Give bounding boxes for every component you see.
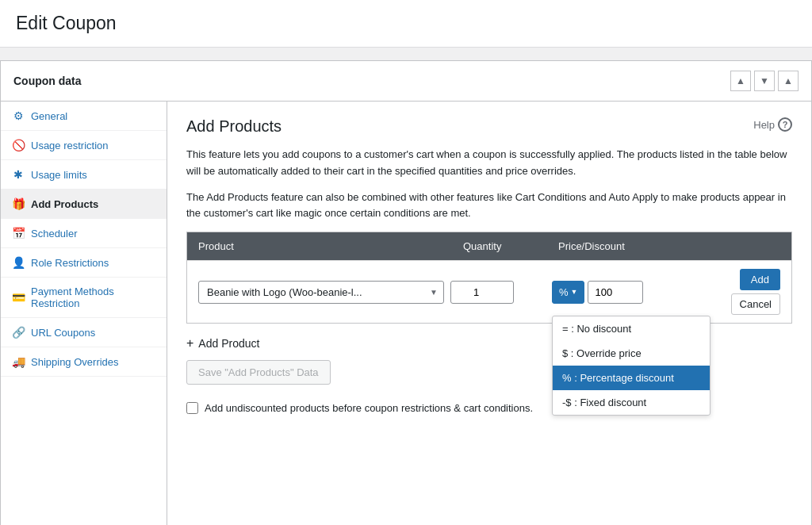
discount-type-label: % — [559, 286, 569, 298]
column-quantity: Quantity — [463, 240, 558, 252]
sidebar-item-add-products[interactable]: 🎁 Add Products — [1, 190, 167, 219]
dropdown-item-no-discount[interactable]: = : No discount — [553, 316, 710, 341]
column-actions — [717, 240, 780, 252]
sidebar-label-role-restrictions: Role Restrictions — [31, 257, 109, 269]
product-select-wrapper: Beanie with Logo (Woo-beanie-l... ▼ — [198, 281, 444, 304]
role-restrictions-icon: 👤 — [12, 256, 25, 269]
help-link[interactable]: Help ? — [753, 117, 792, 132]
coupon-data-body: ⚙ General 🚫 Usage restriction ✱ Usage li… — [1, 102, 811, 525]
sidebar-label-url-coupons: URL Coupons — [31, 327, 95, 339]
sidebar: ⚙ General 🚫 Usage restriction ✱ Usage li… — [1, 102, 167, 525]
main-content: Add Products Help ? This feature lets yo… — [167, 102, 811, 525]
sidebar-label-scheduler: Scheduler — [31, 228, 78, 240]
coupon-data-wrapper: Coupon data ▲ ▼ ▲ ⚙ General 🚫 Usage rest… — [0, 60, 812, 525]
quantity-cell — [450, 281, 546, 304]
sidebar-item-role-restrictions[interactable]: 👤 Role Restrictions — [1, 248, 167, 278]
price-discount-cell: % ▼ = : No discount $ : Override price %… — [552, 281, 710, 304]
usage-limits-icon: ✱ — [12, 168, 25, 181]
header-up-button[interactable]: ▲ — [730, 71, 751, 91]
dropdown-item-override-price[interactable]: $ : Override price — [553, 341, 710, 366]
cancel-button[interactable]: Cancel — [731, 293, 780, 315]
shipping-overrides-icon: 🚚 — [12, 355, 25, 368]
coupon-data-label: Coupon data — [13, 75, 82, 87]
usage-restriction-icon: 🚫 — [12, 139, 25, 151]
discount-value-input[interactable] — [588, 281, 643, 304]
coupon-data-header: Coupon data ▲ ▼ ▲ — [1, 61, 811, 102]
undiscounted-checkbox[interactable] — [186, 402, 198, 414]
sidebar-item-payment-methods-restriction[interactable]: 💳 Payment Methods Restriction — [1, 278, 167, 318]
sidebar-item-general[interactable]: ⚙ General — [1, 102, 167, 131]
header-down-button[interactable]: ▼ — [754, 71, 775, 91]
help-label: Help — [753, 119, 775, 131]
sidebar-item-scheduler[interactable]: 📅 Scheduler — [1, 219, 167, 248]
column-price-discount: Price/Discount — [558, 240, 717, 252]
sidebar-label-usage-restriction: Usage restriction — [31, 140, 109, 151]
sidebar-label-add-products: Add Products — [31, 198, 98, 210]
dropdown-item-fixed-discount[interactable]: -$ : Fixed discount — [553, 390, 710, 415]
add-button[interactable]: Add — [740, 269, 780, 290]
main-title: Add Products — [186, 117, 282, 136]
products-table: Product Quantity Price/Discount Beanie w… — [186, 232, 792, 324]
quantity-input[interactable] — [450, 281, 514, 304]
header-actions: ▲ ▼ ▲ — [730, 71, 799, 91]
sidebar-item-usage-restriction[interactable]: 🚫 Usage restriction — [1, 131, 167, 160]
scheduler-icon: 📅 — [12, 227, 25, 240]
sidebar-label-shipping-overrides: Shipping Overrides — [31, 356, 119, 368]
table-row: Beanie with Logo (Woo-beanie-l... ▼ % ▼ — [187, 260, 791, 323]
discount-dropdown: = : No discount $ : Override price % : P… — [552, 316, 710, 416]
chevron-down-icon: ▼ — [571, 288, 578, 296]
sidebar-item-usage-limits[interactable]: ✱ Usage limits — [1, 160, 167, 190]
sidebar-item-url-coupons[interactable]: 🔗 URL Coupons — [1, 318, 167, 347]
save-data-button[interactable]: Save "Add Products" Data — [186, 360, 331, 385]
header-expand-button[interactable]: ▲ — [778, 71, 799, 91]
url-coupons-icon: 🔗 — [12, 326, 25, 339]
sidebar-label-general: General — [31, 110, 67, 122]
plus-icon: + — [186, 336, 193, 351]
dropdown-item-percentage[interactable]: % : Percentage discount — [553, 366, 710, 390]
add-product-label: Add Product — [198, 337, 259, 350]
description-1: This feature lets you add coupons to a c… — [186, 147, 792, 180]
product-select[interactable]: Beanie with Logo (Woo-beanie-l... — [198, 281, 444, 304]
general-icon: ⚙ — [12, 109, 25, 122]
page-title: Edit Coupon — [16, 13, 796, 34]
page-header: Edit Coupon — [0, 0, 812, 48]
checkbox-label: Add undiscounted products before coupon … — [205, 402, 533, 414]
discount-type-button[interactable]: % ▼ — [552, 281, 584, 304]
sidebar-label-payment-methods: Payment Methods Restriction — [31, 285, 155, 309]
table-header: Product Quantity Price/Discount — [187, 232, 791, 260]
main-header: Add Products Help ? — [186, 117, 792, 136]
column-product: Product — [198, 240, 463, 252]
sidebar-label-usage-limits: Usage limits — [31, 169, 87, 181]
row-action-buttons: Add Cancel — [717, 269, 780, 315]
payment-methods-icon: 💳 — [12, 291, 25, 304]
add-products-icon: 🎁 — [12, 197, 25, 210]
sidebar-item-shipping-overrides[interactable]: 🚚 Shipping Overrides — [1, 347, 167, 377]
description-2: The Add Products feature can also be com… — [186, 190, 792, 223]
help-circle-icon: ? — [778, 117, 792, 132]
